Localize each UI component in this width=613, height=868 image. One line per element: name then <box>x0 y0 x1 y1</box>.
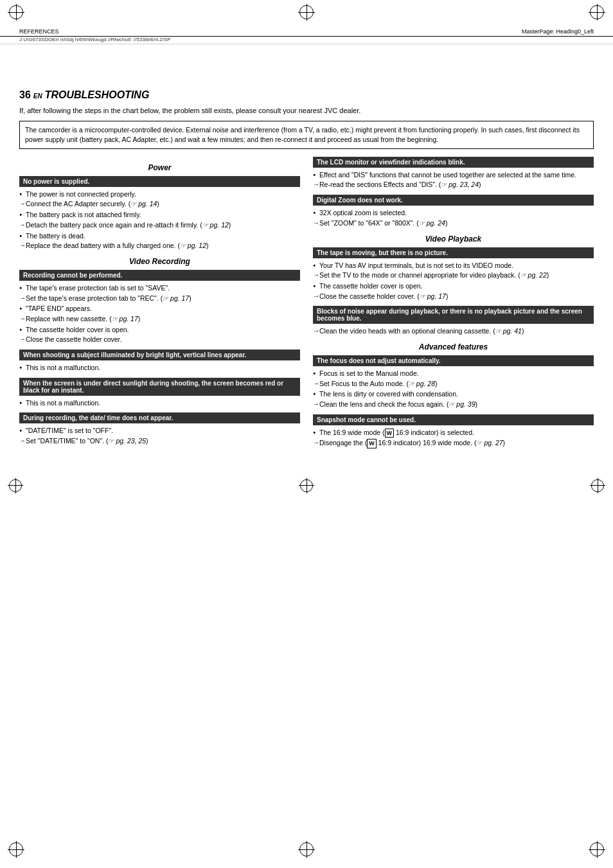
top-reg-row <box>0 0 613 24</box>
direct-sunlight-label: When the screen is under direct sunlight… <box>19 378 300 396</box>
lcd-viewfinder-label: The LCD monitor or viewfinder indication… <box>313 157 594 168</box>
bullet-power-2: The battery pack is not attached firmly. <box>19 210 300 220</box>
header-bar: REFERENCES MasterPage: Heading0_Left <box>0 24 613 37</box>
recording-cannot-label: Recording cannot be performed. <box>19 270 300 281</box>
tape-moving-block: The tape is moving, but there is no pict… <box>313 247 594 301</box>
bullet-focus-2: The lens is dirty or covered with conden… <box>313 389 594 399</box>
noise-blocks-label: Blocks of noise appear during playback, … <box>313 306 594 324</box>
notice-box: The camcorder is a microcomputer-control… <box>19 121 594 148</box>
wide-mode-icon-2: W <box>367 439 377 448</box>
video-playback-heading: Video Playback <box>313 235 594 244</box>
recording-cannot-block: Recording cannot be performed. The tape'… <box>19 270 300 344</box>
bottom-right-reg-mark <box>590 842 604 856</box>
bottom-center-reg-mark <box>299 842 314 856</box>
top-center-reg-mark <box>299 5 314 19</box>
digital-zoom-label: Digital Zoom does not work. <box>313 195 594 206</box>
bullet-rec-3: The cassette holder cover is open. <box>19 325 300 335</box>
header-left: REFERENCES <box>19 28 59 35</box>
tape-moving-label: The tape is moving, but there is no pict… <box>313 247 594 258</box>
top-right-reg-mark <box>590 5 604 19</box>
power-heading: Power <box>19 163 300 172</box>
direct-sunlight-block: When the screen is under direct sunlight… <box>19 378 300 408</box>
arrow-snapshot-1: Disengage the (W 16:9 indicator) 16:9 wi… <box>313 438 594 448</box>
bullet-snapshot-1: The 16:9 wide mode (W 16:9 indicator) is… <box>313 428 594 438</box>
focus-label: The focus does not adjust automatically. <box>313 355 594 366</box>
arrow-focus-1: Set Focus to the Auto mode. (☞ pg. 28) <box>313 379 594 389</box>
arrow-zoom-1: Set "ZOOM" to "64X" or "800X". (☞ pg. 24… <box>313 218 594 228</box>
video-recording-heading: Video Recording <box>19 257 300 266</box>
arrow-tape-1: Set the TV to the mode or channel approp… <box>313 270 594 280</box>
date-time-label: During recording, the date/ time does no… <box>19 412 300 423</box>
bullet-power-1: The power is not connected properly. <box>19 190 300 199</box>
bright-light-label: When shooting a subject illuminated by b… <box>19 350 300 360</box>
no-power-label: No power is supplied. <box>19 176 300 187</box>
two-column-layout: Power No power is supplied. The power is… <box>19 157 594 454</box>
bullet-tape-2: The cassette holder cover is open. <box>313 281 594 291</box>
bullet-focus-1: Focus is set to the Manual mode. <box>313 369 594 378</box>
arrow-tape-2: Close the cassette holder cover. (☞ pg. … <box>313 292 594 301</box>
lcd-viewfinder-block: The LCD monitor or viewfinder indication… <box>313 157 594 190</box>
noise-blocks-block: Blocks of noise appear during playback, … <box>313 306 594 336</box>
page-number: 36 <box>19 89 31 101</box>
date-time-block: During recording, the date/ time does no… <box>19 412 300 445</box>
arrow-focus-2: Clean the lens and check the focus again… <box>313 400 594 409</box>
bright-light-block: When shooting a subject illuminated by b… <box>19 350 300 373</box>
arrow-rec-1: Set the tape's erase protection tab to "… <box>19 294 300 303</box>
snapshot-label: Snapshot mode cannot be used. <box>313 414 594 425</box>
main-content: 36 EN TROUBLESHOOTING If, after followin… <box>0 83 613 466</box>
bullet-sunlight-1: This is not a malfunction. <box>19 398 300 408</box>
bullet-rec-2: "TAPE END" appears. <box>19 304 300 314</box>
bullet-power-3: The battery is dead. <box>19 231 300 241</box>
left-column: Power No power is supplied. The power is… <box>19 157 300 454</box>
arrow-rec-2: Replace with new cassette. (☞ pg. 17) <box>19 314 300 324</box>
bullet-rec-1: The tape's erase protection tab is set t… <box>19 283 300 293</box>
snapshot-block: Snapshot mode cannot be used. The 16:9 w… <box>313 414 594 448</box>
no-power-block: No power is supplied. The power is not c… <box>19 176 300 251</box>
title-text: TROUBLESHOOTING <box>45 89 150 101</box>
focus-block: The focus does not adjust automatically.… <box>313 355 594 409</box>
page: REFERENCES MasterPage: Heading0_Left J U… <box>0 0 613 868</box>
header-code: J U\G673SDOErr n#Sdj h/69#Wkxugd //Rfwch… <box>0 37 613 44</box>
wide-mode-icon: W <box>385 429 395 438</box>
right-column: The LCD monitor or viewfinder indication… <box>313 157 594 454</box>
mid-center-reg-mark <box>300 479 313 492</box>
mid-right-reg-mark <box>591 479 604 492</box>
intro-text: If, after following the steps in the cha… <box>19 106 594 116</box>
bullet-bright-1: This is not a malfunction. <box>19 363 300 373</box>
bullet-zoom-1: 32X optical zoom is selected. <box>313 208 594 218</box>
top-left-reg-mark <box>9 5 23 19</box>
arrow-noise-1: Clean the video heads with an optional c… <box>313 326 594 336</box>
bullet-tape-1: Your TV has AV input terminals, but is n… <box>313 261 594 270</box>
advanced-features-heading: Advanced features <box>313 342 594 351</box>
arrow-power-3: Replace the dead battery with a fully ch… <box>19 241 300 251</box>
digital-zoom-block: Digital Zoom does not work. 32X optical … <box>313 195 594 227</box>
bullet-lcd-1: Effect and "DIS" functions that cannot b… <box>313 170 594 180</box>
arrow-power-1: Connect the AC Adapter securely. (☞ pg. … <box>19 199 300 209</box>
arrow-lcd-1: Re-read the sections Effects and "DIS". … <box>313 180 594 190</box>
bottom-left-reg-mark <box>9 842 23 856</box>
arrow-rec-3: Close the cassette holder cover. <box>19 335 300 344</box>
arrow-date-1: Set "DATE/TIME" to "ON". (☞ pg. 23, 25) <box>19 436 300 446</box>
en-label: EN <box>33 93 42 100</box>
mid-left-reg-mark <box>9 479 22 492</box>
header-right: MasterPage: Heading0_Left <box>522 28 594 35</box>
page-title: 36 EN TROUBLESHOOTING <box>19 89 594 101</box>
bottom-reg-row <box>0 837 613 862</box>
bullet-date-1: "DATE/TIME" is set to "OFF". <box>19 426 300 436</box>
arrow-power-2: Detach the battery pack once again and r… <box>19 220 300 230</box>
mid-reg-row <box>0 479 613 492</box>
